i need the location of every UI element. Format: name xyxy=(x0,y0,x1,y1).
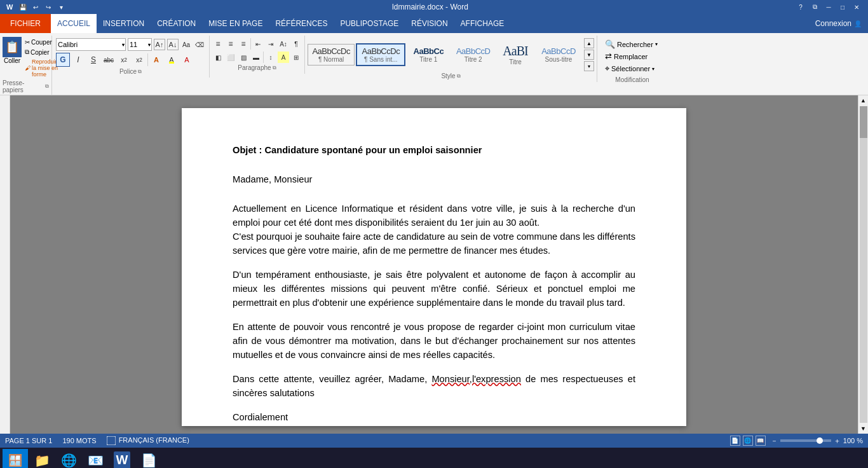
font-size-select[interactable]: 11 xyxy=(128,38,152,51)
style-scroll-up[interactable]: ▲ xyxy=(584,38,594,48)
show-marks-button[interactable]: ¶ xyxy=(290,38,302,50)
text-highlight-button[interactable]: A xyxy=(165,53,179,67)
zoom-out-icon[interactable]: － xyxy=(771,436,778,446)
italic-button[interactable]: I xyxy=(71,53,85,67)
decrease-font-button[interactable]: A↓ xyxy=(167,39,179,50)
taskbar-word[interactable]: W xyxy=(109,449,135,468)
text-effects-button[interactable]: A xyxy=(149,53,163,67)
undo-quick-icon[interactable]: ↩ xyxy=(31,2,41,12)
start-button[interactable]: 🪟 xyxy=(3,449,28,468)
help-button[interactable]: ? xyxy=(794,2,807,12)
style-titre1[interactable]: AaBbCc Titre 1 xyxy=(407,44,450,65)
justify-button[interactable]: ▬ xyxy=(250,52,262,63)
rechercher-button[interactable]: 🔍 Rechercher ▾ xyxy=(602,38,662,50)
taskbar: 🪟 📁 🌐 📧 W 📄 xyxy=(0,448,868,468)
svg-rect-2 xyxy=(107,436,116,445)
right-scrollbar[interactable]: ▲ ▼ xyxy=(858,95,868,434)
page-indicator: PAGE 1 SUR 1 xyxy=(5,437,52,444)
menu-creation[interactable]: CRÉATION xyxy=(151,14,202,33)
bullets-button[interactable]: ≡ xyxy=(212,38,224,50)
zoom-in-icon[interactable]: ＋ xyxy=(834,436,841,446)
closing-line: Cordialement xyxy=(233,410,635,424)
title-bar-right: ? ⧉ ─ □ ✕ xyxy=(794,2,863,12)
menu-accueil[interactable]: ACCUEIL xyxy=(51,14,97,33)
selectionner-button[interactable]: ⌖ Sélectionner ▾ xyxy=(602,62,662,75)
document-area: Objet : Candidature spontané pour un emp… xyxy=(0,95,868,434)
strikethrough-button[interactable]: abc xyxy=(102,53,116,67)
style-label: Style ⧉ xyxy=(308,71,594,79)
scroll-up-button[interactable]: ▲ xyxy=(858,95,869,106)
presse-papiers-label: Presse-papiers ⧉ xyxy=(3,78,49,93)
style-sans-interligne[interactable]: AaBbCcDc ¶ Sans int... xyxy=(356,43,405,66)
remplacer-button[interactable]: ⇄ Remplacer xyxy=(602,50,662,62)
case-button[interactable]: Aa xyxy=(180,39,192,50)
paragraphe-group: ≡ ≡ ≡ ⇤ ⇥ A↕ ¶ ◧ ⬜ ▨ ▬ ↕ A ⊞ Paragraphe … xyxy=(210,36,305,74)
maximize-button[interactable]: □ xyxy=(836,2,849,12)
style-normal[interactable]: AaBbCcDc ¶ Normal xyxy=(308,44,355,65)
greeting-line: Madame, Monsieur xyxy=(233,172,635,186)
line-spacing-button[interactable]: ↕ xyxy=(265,52,276,63)
decrease-indent-button[interactable]: ⇤ xyxy=(252,38,264,50)
subscript-button[interactable]: x2 xyxy=(117,53,131,67)
ribbon: 📋 Coller ✂ Couper ⧉ Copier 🖌 Reproduire … xyxy=(0,33,868,95)
increase-indent-button[interactable]: ⇥ xyxy=(265,38,276,50)
view-read-button[interactable]: 📖 xyxy=(756,436,766,446)
subject-line: Objet : Candidature spontané pour un emp… xyxy=(233,143,635,157)
menu-mise-en-page[interactable]: MISE EN PAGE xyxy=(202,14,269,33)
customize-quick-icon[interactable]: ▾ xyxy=(56,2,66,12)
bold-button[interactable]: G xyxy=(56,53,70,67)
taskbar-doc[interactable]: 📄 xyxy=(136,449,161,468)
document-content[interactable]: Objet : Candidature spontané pour un emp… xyxy=(233,143,635,434)
clear-format-button[interactable]: ⌫ xyxy=(194,39,205,50)
superscript-button[interactable]: x2 xyxy=(132,53,146,67)
style-scroll-buttons: ▲ ▼ ▾ xyxy=(584,38,594,71)
style-scroll-down[interactable]: ▼ xyxy=(584,50,594,60)
menu-publipostage[interactable]: PUBLIPOSTAGE xyxy=(334,14,405,33)
menu-affichage[interactable]: AFFICHAGE xyxy=(454,14,511,33)
view-print-button[interactable]: 📄 xyxy=(730,436,740,446)
style-titre2[interactable]: AaBbCcD Titre 2 xyxy=(451,44,495,65)
shading-button[interactable]: A xyxy=(278,52,289,63)
sort-button[interactable]: A↕ xyxy=(278,38,289,50)
zoom-thumb xyxy=(817,437,823,444)
view-buttons: 📄 🌐 📖 xyxy=(730,436,766,446)
align-left-button[interactable]: ◧ xyxy=(212,52,224,63)
style-sous-titre[interactable]: AaBbCcD Sous-titre xyxy=(536,44,581,65)
zoom-slider[interactable] xyxy=(780,439,831,442)
menu-insertion[interactable]: INSERTION xyxy=(97,14,151,33)
word-count: 190 MOTS xyxy=(62,437,96,444)
increase-font-button[interactable]: A↑ xyxy=(154,39,165,50)
restore-button[interactable]: ⧉ xyxy=(808,2,821,12)
style-titre[interactable]: AaBI Titre xyxy=(496,41,534,68)
borders-button[interactable]: ⊞ xyxy=(290,52,302,63)
redo-quick-icon[interactable]: ↪ xyxy=(43,2,53,12)
connexion-button[interactable]: Connexion 👤 xyxy=(809,14,868,33)
coller-button[interactable]: 📋 Coller xyxy=(3,37,22,64)
menu-references[interactable]: RÉFÉRENCES xyxy=(269,14,334,33)
document-scroll[interactable]: Objet : Candidature spontané pour un emp… xyxy=(10,95,858,434)
align-center-button[interactable]: ⬜ xyxy=(225,52,236,63)
font-color-button[interactable]: A xyxy=(180,53,194,67)
zoom-control: － ＋ 100 % xyxy=(771,436,863,446)
align-right-button[interactable]: ▨ xyxy=(238,52,249,63)
taskbar-file-explorer[interactable]: 📁 xyxy=(29,449,55,468)
modification-label: Modification xyxy=(602,75,662,83)
paragraph4: Dans cette attente, veuillez agréer, Mad… xyxy=(233,372,635,400)
taskbar-browser[interactable]: 🌐 xyxy=(56,449,81,468)
multilevel-button[interactable]: ≡ xyxy=(238,38,249,50)
menu-revision[interactable]: RÉVISION xyxy=(405,14,454,33)
view-web-button[interactable]: 🌐 xyxy=(743,436,753,446)
taskbar-mail[interactable]: 📧 xyxy=(83,449,108,468)
underline-button[interactable]: S xyxy=(86,53,100,67)
scroll-down-button[interactable]: ▼ xyxy=(858,423,869,434)
scroll-thumb[interactable] xyxy=(860,106,867,138)
save-quick-icon[interactable]: 💾 xyxy=(18,2,28,12)
scroll-track[interactable] xyxy=(860,106,867,423)
police-group: Calibri ▾ 11 ▾ A↑ A↓ Aa ⌫ G I S abc x2 x… xyxy=(52,36,210,78)
minimize-button[interactable]: ─ xyxy=(822,2,835,12)
close-button[interactable]: ✕ xyxy=(850,2,863,12)
menu-fichier[interactable]: FICHIER xyxy=(0,14,51,33)
style-more-button[interactable]: ▾ xyxy=(584,61,594,71)
font-name-select[interactable]: Calibri xyxy=(56,38,126,51)
numbering-button[interactable]: ≡ xyxy=(225,38,236,50)
